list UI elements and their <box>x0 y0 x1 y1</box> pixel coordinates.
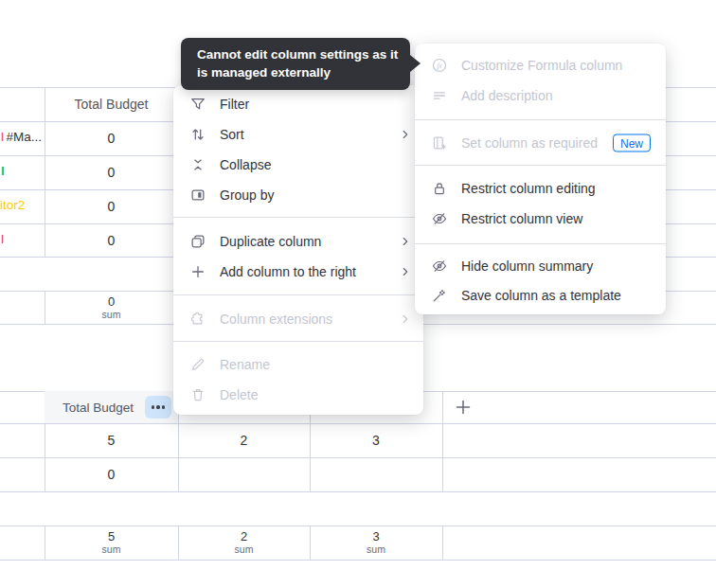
column-context-menu: Filter Sort Collapse Group by <box>173 85 423 415</box>
group-by-icon <box>189 187 206 204</box>
menu-item-customize-formula[interactable]: fx Customize Formula column <box>415 50 666 80</box>
menu-item-rename[interactable]: Rename <box>173 349 423 380</box>
upper-budget-cell[interactable]: 0 <box>45 223 178 257</box>
tooltip-arrow <box>410 55 421 72</box>
description-lines-icon <box>431 87 448 104</box>
status-text-fragment: l <box>1 164 5 178</box>
menu-separator <box>173 294 423 295</box>
eye-off-icon <box>431 210 448 227</box>
truncated-tag-text: #Ma... <box>6 130 42 144</box>
grid-line-v <box>442 526 443 560</box>
menu-item-delete[interactable]: Delete <box>173 380 423 410</box>
submenu-chevron-icon <box>399 235 412 248</box>
puzzle-icon <box>189 311 206 328</box>
menu-item-add-description[interactable]: Add description <box>415 80 666 111</box>
lock-icon <box>431 180 448 197</box>
summary-label: sum <box>102 543 121 555</box>
new-badge: New <box>613 134 651 152</box>
menu-item-filter[interactable]: Filter <box>173 89 423 119</box>
menu-separator <box>173 217 423 218</box>
status-text-fragment: l <box>1 232 5 246</box>
lower-column-summary[interactable]: 3 sum <box>310 526 442 560</box>
summary-label: sum <box>367 543 385 555</box>
plus-icon <box>189 263 206 280</box>
menu-separator <box>415 119 666 120</box>
grid-line-h <box>0 491 716 492</box>
upper-budget-cell[interactable]: 0 <box>45 155 178 189</box>
required-column-icon <box>431 134 448 151</box>
status-text-fragment: l <box>1 130 5 144</box>
summary-value: 3 <box>372 530 379 543</box>
menu-item-restrict-column-view[interactable]: Restrict column view <box>415 204 666 234</box>
tooltip-line: Cannot edit column settings as it <box>197 45 398 63</box>
pencil-icon <box>189 356 206 373</box>
summary-value: 2 <box>241 530 247 543</box>
tooltip-line: is managed externally <box>197 63 398 81</box>
menu-item-set-column-required[interactable]: Set column as required New <box>415 128 666 158</box>
grid-line-h <box>0 560 716 561</box>
upper-left-cell[interactable]: itor2 <box>0 189 45 223</box>
magic-wand-icon <box>431 287 448 304</box>
grid-line-v <box>442 391 443 491</box>
formula-fx-icon: fx <box>431 57 448 74</box>
filter-icon <box>189 96 206 113</box>
menu-item-sort[interactable]: Sort <box>173 119 423 150</box>
submenu-chevron-icon <box>399 312 412 326</box>
status-text-fragment: itor2 <box>0 198 25 212</box>
menu-separator <box>173 341 423 342</box>
menu-item-save-column-template[interactable]: Save column as a template <box>415 280 666 311</box>
menu-item-restrict-column-editing[interactable]: Restrict column editing <box>415 173 666 204</box>
upper-left-cell[interactable]: l #Ma... <box>0 121 45 155</box>
menu-item-collapse[interactable]: Collapse <box>173 150 423 180</box>
submenu-chevron-icon <box>399 128 412 141</box>
plus-icon <box>454 398 473 417</box>
summary-label: sum <box>235 543 254 555</box>
upper-column-header-total-budget[interactable]: Total Budget <box>45 87 178 121</box>
upper-column-summary[interactable]: 0 sum <box>45 291 178 324</box>
upper-budget-cell[interactable]: 0 <box>45 121 178 155</box>
summary-value: 5 <box>108 530 115 543</box>
lower-cell[interactable] <box>178 457 310 491</box>
column-settings-menu: fx Customize Formula column Add descript… <box>415 44 666 314</box>
summary-value: 0 <box>108 295 115 309</box>
menu-item-add-column-right[interactable]: Add column to the right <box>173 257 423 287</box>
lower-cell[interactable] <box>310 457 442 491</box>
disabled-tooltip: Cannot edit column settings as it is man… <box>181 38 410 90</box>
menu-item-duplicate-column[interactable]: Duplicate column <box>173 226 423 257</box>
lower-column-summary[interactable]: 5 sum <box>45 526 178 560</box>
menu-separator <box>415 165 666 166</box>
lower-column-summary[interactable]: 2 sum <box>178 526 310 560</box>
upper-left-cell[interactable]: l <box>0 223 45 257</box>
lower-cell[interactable]: 0 <box>45 457 178 491</box>
board-screen: Total Budget l #Ma... 0 l 0 itor2 0 l 0 … <box>0 0 716 588</box>
menu-item-group-by[interactable]: Group by <box>173 180 423 210</box>
svg-text:fx: fx <box>437 62 442 70</box>
sort-icon <box>189 126 206 143</box>
summary-label: sum <box>102 309 121 320</box>
upper-budget-cell[interactable]: 0 <box>45 189 178 223</box>
lower-cell[interactable]: 5 <box>45 423 178 457</box>
upper-left-cell[interactable]: l <box>0 155 45 189</box>
menu-separator <box>415 243 666 244</box>
duplicate-icon <box>189 233 206 250</box>
column-menu-button[interactable] <box>145 396 171 419</box>
collapse-icon <box>189 156 206 173</box>
lower-cell[interactable]: 3 <box>310 423 442 457</box>
lower-cell[interactable]: 2 <box>178 423 310 457</box>
menu-item-hide-column-summary[interactable]: Hide column summary <box>415 251 666 281</box>
submenu-chevron-icon <box>399 265 412 278</box>
trash-icon <box>189 386 206 403</box>
lower-column-header-total-budget[interactable]: Total Budget <box>45 391 178 423</box>
add-column-button[interactable] <box>451 395 475 419</box>
eye-off-icon <box>431 258 448 275</box>
menu-item-column-extensions[interactable]: Column extensions <box>173 304 423 334</box>
